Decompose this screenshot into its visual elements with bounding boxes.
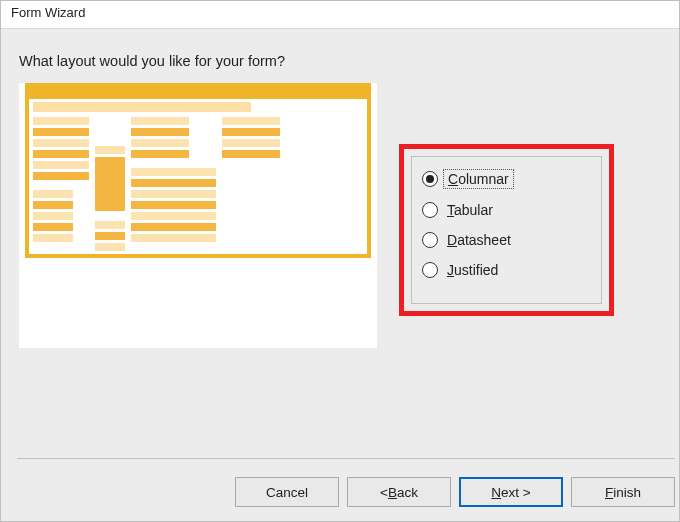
radio-tabular[interactable]: Tabular (422, 201, 591, 219)
radio-justified[interactable]: Justified (422, 261, 591, 279)
radio-icon (422, 232, 438, 248)
radio-datasheet-label: Datasheet (443, 231, 515, 249)
radio-columnar[interactable]: Columnar (422, 169, 591, 189)
finish-button[interactable]: Finish (571, 477, 675, 507)
titlebar: Form Wizard (1, 1, 679, 29)
wizard-button-row: Cancel < Back Next > Finish (235, 477, 675, 507)
layout-options-group: Columnar Tabular Datasheet Justified (411, 156, 602, 304)
layout-question: What layout would you like for your form… (19, 53, 661, 69)
back-button[interactable]: < Back (347, 477, 451, 507)
window-title: Form Wizard (11, 5, 85, 20)
radio-icon (422, 202, 438, 218)
radio-justified-label: Justified (443, 261, 502, 279)
cancel-button[interactable]: Cancel (235, 477, 339, 507)
layout-preview (19, 83, 377, 348)
button-separator (17, 458, 675, 459)
radio-tabular-label: Tabular (443, 201, 497, 219)
radio-datasheet[interactable]: Datasheet (422, 231, 591, 249)
wizard-content: What layout would you like for your form… (1, 29, 679, 521)
radio-columnar-label: Columnar (443, 169, 514, 189)
radio-icon (422, 262, 438, 278)
radio-icon (422, 171, 438, 187)
layout-options-highlight: Columnar Tabular Datasheet Justified (399, 144, 614, 316)
form-wizard-window: Form Wizard What layout would you like f… (0, 0, 680, 522)
next-button[interactable]: Next > (459, 477, 563, 507)
